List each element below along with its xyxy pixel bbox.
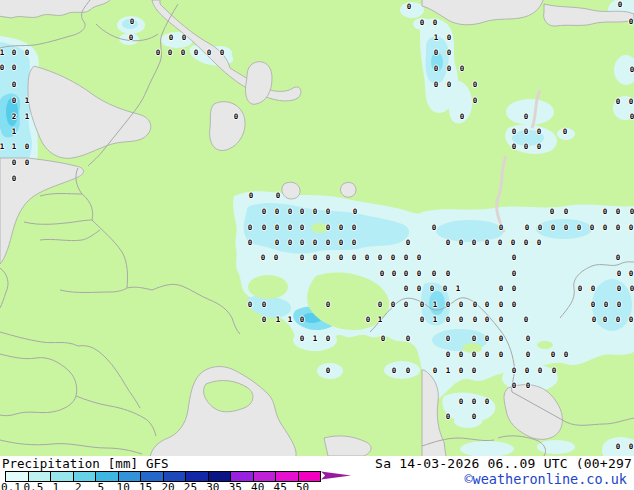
precip-value: 0	[288, 208, 293, 216]
precip-value: 1	[433, 301, 438, 309]
scale-segment	[51, 472, 74, 481]
precip-value: 0	[404, 270, 409, 278]
precip-value: 0	[339, 224, 344, 232]
scale-label: 1	[53, 481, 60, 490]
precip-value: 0	[326, 335, 331, 343]
precip-value: 0	[12, 81, 17, 89]
scale-segment	[164, 472, 187, 481]
scale-segment	[186, 472, 209, 481]
precip-value: 0	[459, 351, 464, 359]
precip-value: 0	[630, 285, 634, 293]
scale-segment	[141, 472, 164, 481]
precip-value: 0	[446, 335, 451, 343]
precip-value: 0	[460, 113, 465, 121]
precip-value: 1	[446, 367, 451, 375]
scale-label: 30	[206, 481, 219, 490]
precip-value: 0	[194, 49, 199, 57]
scale-label: 5	[97, 481, 104, 490]
precip-value: 0	[629, 18, 634, 26]
legend-title: Precipitation[mm]GFS	[2, 456, 169, 471]
precip-value: 0	[564, 208, 569, 216]
precip-value: 0	[378, 301, 383, 309]
precip-value: 0	[248, 239, 253, 247]
precip-value: 0	[537, 239, 542, 247]
precip-value: 0	[551, 224, 556, 232]
scale-label: 35	[229, 481, 242, 490]
precip-value: 0	[300, 224, 305, 232]
precip-value: 0	[524, 239, 529, 247]
scale-label: 40	[251, 481, 264, 490]
scale-label: 2	[75, 481, 82, 490]
precip-value: 0	[391, 301, 396, 309]
precip-value: 0	[499, 224, 504, 232]
precip-value: 0	[300, 254, 305, 262]
precip-value: 0	[512, 285, 517, 293]
precip-value: 0	[512, 301, 517, 309]
precip-value: 0	[485, 239, 490, 247]
precip-value: 0	[339, 239, 344, 247]
scale-segment	[209, 472, 232, 481]
precip-value: 0	[168, 49, 173, 57]
precip-value: 0	[12, 159, 17, 167]
precip-value: 0	[499, 351, 504, 359]
precip-value: 0	[446, 413, 451, 421]
precip-value: 0	[459, 301, 464, 309]
precip-value: 0	[326, 301, 331, 309]
precip-value: 0	[12, 97, 17, 105]
precip-value: 0	[512, 254, 517, 262]
scale-segment	[276, 472, 299, 481]
copyright-link[interactable]: ©weatheronline.co.uk	[464, 471, 627, 487]
precip-value: 0	[406, 239, 411, 247]
precip-value: 0	[313, 254, 318, 262]
precip-value: 0	[434, 81, 439, 89]
scale-segment	[254, 472, 277, 481]
precip-value: 0	[472, 367, 477, 375]
precip-value: 0	[326, 224, 331, 232]
precip-value: 0	[288, 239, 293, 247]
precip-value: 0	[434, 49, 439, 57]
legend-unit: [mm]	[108, 456, 138, 471]
scale-segment	[74, 472, 97, 481]
precip-value: 0	[207, 49, 212, 57]
scale-segment	[29, 472, 52, 481]
precip-value: 0	[459, 316, 464, 324]
precip-value: 0	[25, 49, 30, 57]
precip-value: 0	[499, 285, 504, 293]
precip-value: 0	[12, 64, 17, 72]
precip-value: 0	[604, 301, 609, 309]
precip-value: 0	[275, 239, 280, 247]
precip-value: 0	[353, 208, 358, 216]
precip-value: 0	[447, 65, 452, 73]
precip-value: 0	[499, 301, 504, 309]
precip-value: 0	[234, 113, 239, 121]
precip-value: 0	[564, 351, 569, 359]
precip-value: 0	[592, 316, 597, 324]
precip-value: 0	[459, 398, 464, 406]
precip-value: 0	[300, 335, 305, 343]
precip-value: 0	[524, 128, 529, 136]
precip-value: 1	[0, 49, 4, 57]
precip-value: 0	[616, 316, 621, 324]
precip-value: 0	[352, 239, 357, 247]
precip-value: 0	[12, 49, 17, 57]
precip-value: 0	[472, 398, 477, 406]
precip-value: 0	[616, 254, 621, 262]
precip-value: 0	[432, 224, 437, 232]
scale-label: 50	[296, 481, 309, 490]
precip-value: 0	[446, 351, 451, 359]
precip-value: 0	[603, 224, 608, 232]
precip-value: 0	[472, 413, 477, 421]
precip-value: 0	[404, 285, 409, 293]
precip-value: 0	[0, 64, 4, 72]
precip-value: 0	[446, 316, 451, 324]
precip-value: 0	[313, 208, 318, 216]
precip-value: 0	[288, 224, 293, 232]
precip-value: 0	[446, 270, 451, 278]
precip-value: 0	[433, 367, 438, 375]
precip-value: 0	[447, 49, 452, 57]
precip-value: 0	[537, 143, 542, 151]
precip-value: 0	[25, 143, 30, 151]
precip-value: 0	[12, 175, 17, 183]
precip-value: 0	[275, 224, 280, 232]
scale-label: 45	[274, 481, 287, 490]
